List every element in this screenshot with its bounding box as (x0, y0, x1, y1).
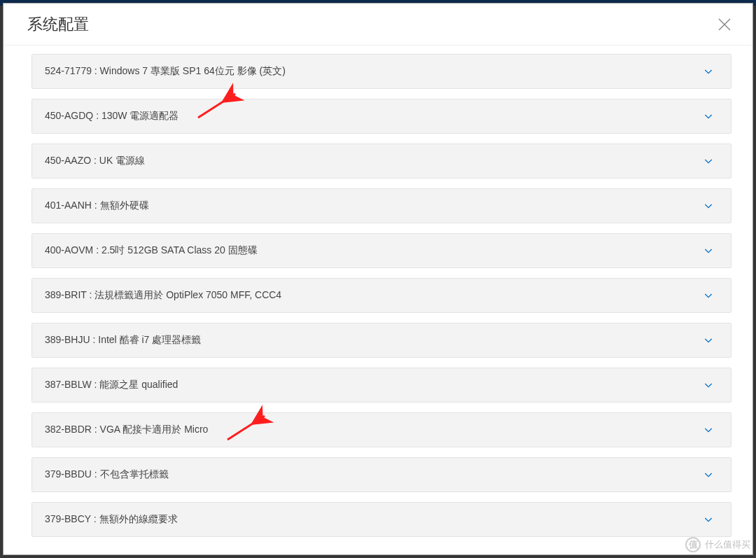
config-item[interactable]: 379-BBDU : 不包含掌托標籤 (31, 457, 732, 492)
config-item-label: 382-BBDR : VGA 配接卡適用於 Micro (45, 424, 208, 436)
config-item-label: 401-AANH : 無額外硬碟 (45, 200, 149, 212)
config-item-label: 450-AAZO : UK 電源線 (45, 155, 145, 167)
config-item-label: 450-AGDQ : 130W 電源適配器 (45, 110, 178, 123)
modal-body[interactable]: 524-71779 : Windows 7 專業版 SP1 64位元 影像 (英… (4, 46, 752, 554)
config-item[interactable]: 401-AANH : 無額外硬碟 (31, 188, 732, 223)
config-item-label: 389-BRIT : 法規標籤適用於 OptiPlex 7050 MFF, CC… (45, 289, 281, 302)
config-item[interactable]: 387-BBLW : 能源之星 qualified (31, 368, 732, 403)
config-item[interactable]: 389-BHJU : Intel 酷睿 i7 處理器標籤 (31, 323, 732, 358)
config-item-label: 389-BHJU : Intel 酷睿 i7 處理器標籤 (45, 334, 201, 347)
chevron-down-icon (703, 424, 714, 435)
chevron-down-icon (703, 290, 714, 301)
config-item-label: 379-BBDU : 不包含掌托標籤 (45, 468, 169, 481)
config-item-label: 387-BBLW : 能源之星 qualified (45, 379, 178, 391)
config-item[interactable]: 524-71779 : Windows 7 專業版 SP1 64位元 影像 (英… (31, 54, 732, 89)
config-item[interactable]: 389-BRIT : 法規標籤適用於 OptiPlex 7050 MFF, CC… (31, 278, 732, 313)
chevron-down-icon (703, 66, 714, 77)
chevron-down-icon (703, 245, 714, 256)
config-item[interactable]: 379-BBCY : 無額外的線纜要求 (31, 502, 732, 537)
chevron-down-icon (703, 200, 714, 211)
chevron-down-icon (703, 111, 714, 122)
close-icon (716, 16, 733, 33)
chevron-down-icon (703, 155, 714, 167)
config-item[interactable]: 450-AGDQ : 130W 電源適配器 (31, 99, 732, 134)
chevron-down-icon (703, 514, 714, 525)
config-item-label: 400-AOVM : 2.5吋 512GB SATA Class 20 固態碟 (45, 244, 258, 257)
config-item[interactable]: 450-AAZO : UK 電源線 (31, 144, 732, 179)
config-item-label: 524-71779 : Windows 7 專業版 SP1 64位元 影像 (英… (45, 65, 286, 78)
modal-header: 系统配置 (4, 4, 752, 46)
config-item[interactable]: 382-BBDR : VGA 配接卡適用於 Micro (31, 412, 732, 447)
chevron-down-icon (703, 335, 714, 346)
config-item[interactable]: 400-AOVM : 2.5吋 512GB SATA Class 20 固態碟 (31, 233, 732, 268)
chevron-down-icon (703, 469, 714, 480)
config-item-label: 379-BBCY : 無額外的線纜要求 (45, 513, 178, 526)
modal-title: 系统配置 (27, 14, 89, 35)
chevron-down-icon (703, 379, 714, 391)
system-config-modal: 系统配置 524-71779 : Windows 7 專業版 SP1 64位元 … (3, 3, 753, 555)
close-button[interactable] (716, 16, 733, 33)
